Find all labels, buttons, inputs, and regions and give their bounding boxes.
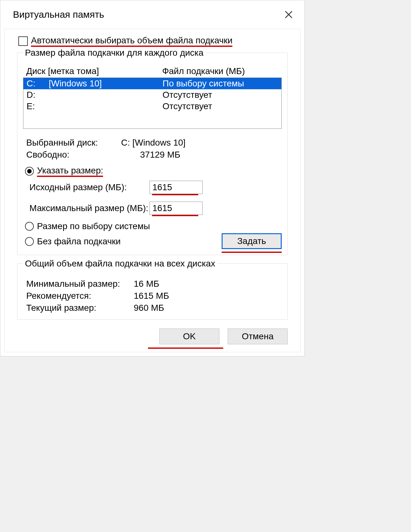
virtual-memory-dialog: Виртуальная память Автоматически выбират… [0, 0, 305, 356]
auto-manage-checkbox-row[interactable]: Автоматически выбирать объем файла подка… [18, 35, 288, 47]
current-size-value: 960 МБ [134, 303, 282, 313]
recommended-row: Рекомендуется: 1615 МБ [26, 291, 282, 301]
min-size-row: Минимальный размер: 16 МБ [26, 279, 282, 289]
radio-custom-label: Указать размер: [37, 166, 103, 177]
min-size-value: 16 МБ [134, 279, 282, 289]
free-space-label: Свободно: [26, 150, 121, 160]
drive-listbox[interactable]: C: [Windows 10] По выбору системы D: Отс… [23, 78, 282, 129]
per-drive-group: Размер файла подкачки для каждого диска … [17, 53, 288, 255]
close-icon[interactable] [279, 5, 298, 24]
selected-drive-label: Выбранный диск: [26, 138, 121, 148]
annotation-underline [152, 194, 198, 195]
total-group-legend: Общий объем файла подкачки на всех диска… [23, 259, 217, 269]
col-header-pagingfile: Файл подкачки (МБ) [162, 66, 282, 76]
free-space-value: 37129 МБ [121, 150, 282, 160]
list-item[interactable]: E: Отсутствует [23, 101, 281, 112]
per-drive-legend: Размер файла подкачки для каждого диска [23, 48, 206, 58]
free-space-row: Свободно: 37129 МБ [26, 150, 282, 160]
radio-system-label: Размер по выбору системы [37, 221, 150, 231]
total-paging-group: Общий объем файла подкачки на всех диска… [17, 263, 288, 320]
list-header: Диск [метка тома] Файл подкачки (МБ) [26, 66, 282, 76]
radio-custom-size[interactable]: Указать размер: [25, 166, 282, 177]
titlebar: Виртуальная память [0, 0, 304, 29]
dialog-title: Виртуальная память [13, 9, 104, 20]
set-button[interactable]: Задать [222, 233, 282, 249]
initial-size-row: Исходный размер (МБ): [29, 181, 282, 194]
selected-drive-row: Выбранный диск: C: [Windows 10] [26, 138, 282, 148]
list-item[interactable]: D: Отсутствует [23, 89, 281, 101]
annotation-underline [152, 215, 198, 216]
radio-no-paging-file[interactable]: Без файла подкачки [25, 236, 121, 247]
annotation-underline [148, 347, 223, 349]
radio-system-managed[interactable]: Размер по выбору системы [25, 221, 282, 231]
recommended-label: Рекомендуется: [26, 291, 134, 301]
initial-size-input[interactable] [150, 181, 203, 194]
checkbox-icon[interactable] [18, 36, 28, 46]
radio-nofile-label: Без файла подкачки [37, 236, 121, 247]
dialog-buttons: OK Отмена [17, 329, 288, 344]
radio-icon[interactable] [25, 222, 34, 231]
ok-button[interactable]: OK [159, 329, 219, 344]
max-size-label: Максимальный размер (МБ): [29, 203, 150, 213]
max-size-row: Максимальный размер (МБ): [29, 202, 282, 215]
initial-size-label: Исходный размер (МБ): [29, 182, 150, 192]
current-size-row: Текущий размер: 960 МБ [26, 303, 282, 313]
auto-manage-label: Автоматически выбирать объем файла подка… [31, 35, 232, 47]
annotation-underline [222, 252, 282, 253]
cancel-button[interactable]: Отмена [228, 329, 288, 344]
max-size-input[interactable] [150, 202, 203, 215]
radio-icon[interactable] [25, 237, 34, 246]
list-item[interactable]: C: [Windows 10] По выбору системы [23, 78, 281, 89]
col-header-drive: Диск [метка тома] [26, 66, 162, 76]
radio-icon[interactable] [25, 167, 34, 176]
selected-drive-value: C: [Windows 10] [121, 138, 282, 148]
min-size-label: Минимальный размер: [26, 279, 134, 289]
recommended-value: 1615 МБ [134, 291, 282, 301]
current-size-label: Текущий размер: [26, 303, 134, 313]
